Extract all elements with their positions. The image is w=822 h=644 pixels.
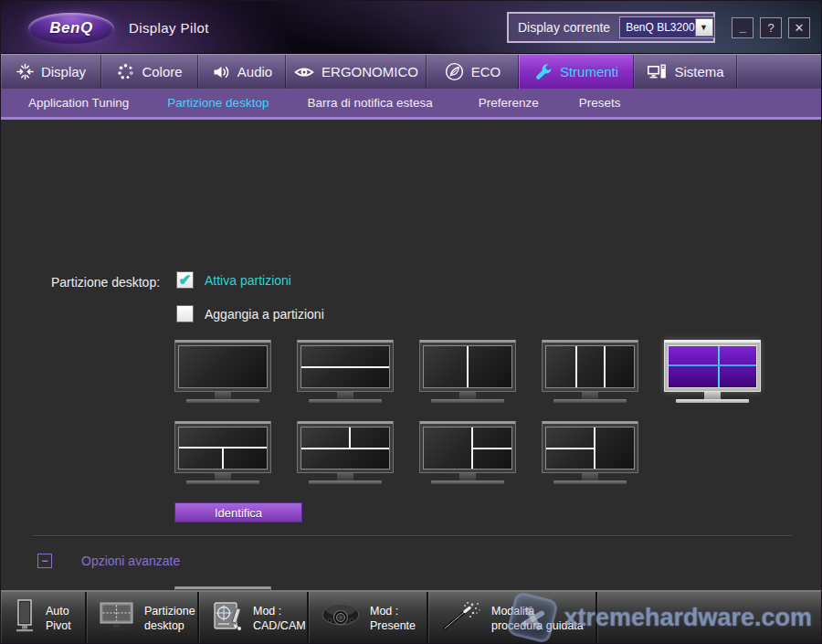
- tab-label: Strumenti: [560, 64, 618, 79]
- enable-partitions-checkbox[interactable]: ✔: [176, 271, 194, 289]
- partition-layout-top-full-bottom-split[interactable]: [174, 421, 271, 484]
- monitor-stand: [459, 392, 476, 399]
- monitor-frame: [419, 421, 516, 473]
- tab-strumenti[interactable]: Strumenti: [519, 55, 634, 89]
- monitor-stand: [582, 473, 598, 480]
- partition-line: [301, 448, 389, 449]
- partition-layout-three-columns[interactable]: [542, 340, 638, 403]
- window-controls: _ ? ✕: [732, 17, 810, 38]
- speaker-icon: [212, 63, 230, 81]
- footer-label: Partizionedesktop: [144, 604, 195, 634]
- partition-line: [472, 448, 511, 449]
- monitor-base: [309, 480, 382, 484]
- tab-audio[interactable]: Audio: [198, 55, 286, 89]
- monitor-screen: [300, 427, 390, 470]
- monitor-screen: [423, 427, 512, 470]
- tab-sistema[interactable]: Sistema: [634, 55, 737, 89]
- monitor-base: [553, 480, 627, 484]
- tab-label: ERGONOMICO: [321, 64, 418, 79]
- eye-icon: [294, 64, 314, 80]
- footer-mod-cadcam[interactable]: Mod :CAD/CAM: [199, 592, 309, 644]
- help-button[interactable]: ?: [760, 17, 782, 38]
- partition-layout-left-full-right-split[interactable]: [419, 421, 516, 484]
- advanced-options-label: Opzioni avanzate: [81, 554, 180, 568]
- partition-line: [604, 346, 606, 387]
- subtab-application-tuning[interactable]: Application Tuning: [16, 96, 142, 110]
- partition-layout-left-split-right-full[interactable]: [542, 421, 638, 484]
- auto-pivot-icon: [13, 598, 37, 639]
- collapse-icon[interactable]: −: [37, 554, 52, 568]
- monitor-frame: [297, 340, 394, 392]
- monitor-stand: [337, 473, 353, 480]
- subtab-partizione-desktop[interactable]: Partizione desktop: [154, 96, 281, 110]
- partition-line: [349, 428, 351, 449]
- subtab-preferenze[interactable]: Preferenze: [466, 96, 552, 110]
- main-tab-bar: Display Colore Audio: [1, 54, 822, 89]
- partition-layout-two-columns[interactable]: [419, 340, 516, 403]
- snap-partitions-label: Aggangia a partizioni: [205, 307, 324, 322]
- monitor-frame: [174, 421, 271, 473]
- footer-filler: [597, 592, 822, 644]
- monitor-frame: [542, 421, 638, 473]
- monitor-screen: [178, 427, 268, 470]
- subtab-presets[interactable]: Presets: [566, 96, 634, 110]
- partition-line: [718, 346, 720, 387]
- tab-colore[interactable]: Colore: [101, 55, 198, 89]
- computer-icon: [647, 63, 667, 80]
- partition-layout-two-rows[interactable]: [297, 340, 394, 403]
- partition-layout-top-split-bottom-full[interactable]: [297, 421, 394, 484]
- footer-label: Modalitàprocedura guidata: [491, 604, 584, 634]
- monitor-screen: [545, 427, 635, 470]
- footer-auto-pivot[interactable]: AutoPivot: [1, 592, 87, 644]
- content-area: Partizione desktop: ✔ Attiva partizioni …: [1, 120, 822, 590]
- subtab-barra-notifica[interactable]: Barra di notifica estesa: [294, 96, 445, 110]
- desktop-partition-icon: [99, 599, 135, 638]
- display-selector-label: Display corrente: [518, 20, 610, 35]
- compress-icon: [16, 63, 34, 80]
- monitor-base: [676, 399, 749, 403]
- partition-line: [669, 364, 756, 366]
- partition-layout-single[interactable]: [174, 340, 271, 403]
- monitor-frame: [664, 340, 761, 392]
- benq-logo: BenQ: [28, 13, 114, 44]
- footer-partizione-desktop[interactable]: Partizionedesktop: [87, 592, 199, 644]
- partition-line: [222, 448, 224, 469]
- snap-partitions-row: Aggangia a partizioni: [176, 305, 324, 322]
- monitor-stand: [704, 392, 721, 399]
- tab-ergonomico[interactable]: ERGONOMICO: [286, 55, 427, 89]
- monitor-stand: [582, 392, 598, 399]
- snap-partitions-checkbox[interactable]: [176, 305, 194, 322]
- minimize-button[interactable]: _: [732, 17, 754, 38]
- monitor-stand: [215, 392, 231, 399]
- footer-mod-presente[interactable]: Mod :Presente: [309, 592, 428, 644]
- eco-leaf-icon: [445, 62, 464, 81]
- sub-tab-bar: Application Tuning Partizione desktop Ba…: [1, 89, 822, 120]
- partition-line: [546, 448, 595, 449]
- tab-eco[interactable]: ECO: [427, 55, 519, 89]
- footer-label: Mod :Presente: [370, 604, 416, 634]
- tab-label: Audio: [237, 64, 272, 79]
- footer-modalita-guidata[interactable]: Modalitàprocedura guidata: [428, 592, 597, 644]
- monitor-screen: [178, 345, 268, 388]
- chevron-down-icon[interactable]: ▼: [695, 18, 713, 37]
- monitor-base: [186, 399, 259, 403]
- footer-label: AutoPivot: [46, 604, 71, 634]
- wrench-icon: [534, 63, 553, 81]
- brand-text: BenQ: [49, 19, 92, 37]
- app-title: Display Pilot: [129, 20, 209, 36]
- monitor-frame: [297, 421, 394, 473]
- magic-wand-icon: [440, 600, 482, 637]
- cad-cam-icon: [211, 599, 244, 638]
- advanced-options-toggle[interactable]: − Opzioni avanzate: [37, 554, 180, 568]
- tab-display[interactable]: Display: [1, 55, 101, 89]
- partition-layout-grid-2x2[interactable]: [664, 340, 761, 403]
- monitor-frame: [174, 340, 271, 392]
- display-dropdown[interactable]: BenQ BL3200 ▼: [619, 16, 714, 38]
- monitor-base: [186, 480, 259, 484]
- display-selector-panel: Display corrente BenQ BL3200 ▼: [507, 12, 715, 43]
- monitor-stand: [215, 473, 231, 480]
- identify-button[interactable]: Identifica: [174, 502, 302, 523]
- partition-line: [467, 346, 469, 387]
- partition-section-label: Partizione desktop:: [51, 275, 160, 290]
- close-button[interactable]: ✕: [788, 17, 810, 38]
